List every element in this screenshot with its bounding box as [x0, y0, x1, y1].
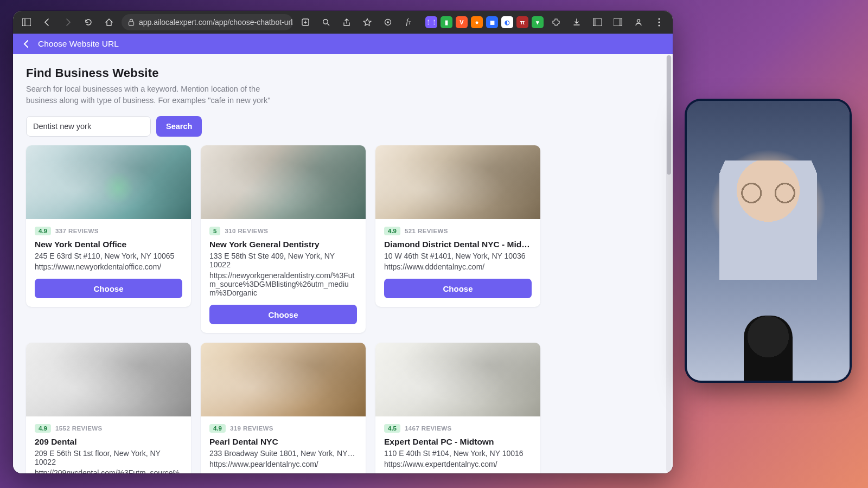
lock-icon	[128, 18, 135, 26]
search-button[interactable]: Search	[156, 116, 202, 137]
download-icon[interactable]	[569, 14, 585, 30]
result-card: 4.9337 REVIEWSNew York Dental Office245 …	[26, 145, 191, 307]
svg-rect-0	[22, 18, 31, 26]
profile-icon[interactable]	[630, 14, 647, 30]
result-body: 4.9521 REVIEWSDiamond District Dental NY…	[375, 219, 540, 307]
svg-point-12	[637, 20, 640, 22]
rating-badge: 4.9	[35, 424, 51, 433]
scrollbar[interactable]	[666, 55, 672, 472]
choose-button[interactable]: Choose	[384, 279, 532, 298]
extension-icon[interactable]: ▾	[532, 16, 544, 28]
rating-row: 4.9337 REVIEWS	[35, 227, 182, 235]
choose-button[interactable]: Choose	[209, 305, 357, 324]
svg-rect-11	[619, 18, 622, 26]
result-card: 4.9521 REVIEWSDiamond District Dental NY…	[375, 145, 540, 307]
result-body: 4.9319 REVIEWSPearl Dental NYC233 Broadw…	[201, 416, 366, 473]
svg-point-7	[387, 21, 389, 23]
business-address: 209 E 56th St 1st floor, New York, NY 10…	[35, 449, 182, 466]
app-back-icon[interactable]	[22, 39, 31, 49]
font-icon[interactable]: fT	[400, 14, 417, 30]
business-name: Expert Dental PC - Midtown	[384, 437, 532, 447]
business-name: Pearl Dental NYC	[209, 437, 357, 447]
choose-button[interactable]: Choose	[35, 279, 182, 298]
business-address: 245 E 63rd St #110, New York, NY 10065	[35, 252, 182, 260]
app-header: Choose Website URL	[13, 34, 673, 54]
share-icon[interactable]	[339, 14, 355, 30]
business-address: 133 E 58th St Ste 409, New York, NY 1002…	[209, 252, 357, 269]
results-grid: 4.9337 REVIEWSNew York Dental Office245 …	[26, 145, 663, 473]
rating-row: 4.91552 REVIEWS	[35, 424, 182, 433]
business-address: 110 E 40th St #104, New York, NY 10016	[384, 449, 532, 458]
svg-line-5	[328, 24, 330, 26]
panel-right-icon[interactable]	[610, 14, 626, 30]
panel-left-icon[interactable]	[589, 14, 605, 30]
result-body: 4.51467 REVIEWSExpert Dental PC - Midtow…	[375, 416, 540, 473]
business-name: New York General Dentistry	[209, 240, 357, 249]
rating-badge: 4.9	[209, 424, 226, 433]
svg-rect-2	[129, 22, 134, 25]
business-name: New York Dental Office	[35, 240, 182, 249]
page-title: Find Business Website	[26, 66, 663, 80]
extension-icon[interactable]: V	[456, 16, 468, 28]
browser-window: app.ailocalexpert.com/app/choose-chatbot…	[13, 11, 673, 473]
business-url: https://newyorkgeneraldentistry.com/%3Fu…	[209, 271, 357, 297]
result-thumbnail[interactable]	[201, 343, 366, 416]
reviews-count: 521 REVIEWS	[405, 228, 448, 234]
search-input[interactable]	[26, 116, 151, 137]
extension-icon[interactable]: ▮	[441, 16, 452, 28]
business-url: https://www.newyorkdentaloffice.com/	[35, 262, 182, 271]
app-header-title: Choose Website URL	[38, 39, 119, 49]
svg-point-13	[658, 18, 660, 20]
reviews-count: 319 REVIEWS	[230, 425, 273, 432]
bookmark-icon[interactable]	[359, 14, 375, 30]
reviews-count: 1552 REVIEWS	[55, 425, 103, 432]
result-thumbnail[interactable]	[201, 145, 366, 219]
reviews-count: 1467 REVIEWS	[405, 425, 452, 432]
rating-row: 4.9319 REVIEWS	[209, 424, 357, 433]
address-bar[interactable]: app.ailocalexpert.com/app/choose-chatbot…	[122, 14, 293, 30]
sidebar-toggle-icon[interactable]	[18, 14, 35, 30]
install-icon[interactable]	[297, 14, 314, 30]
result-thumbnail[interactable]	[375, 145, 540, 219]
business-url: http://209nycdental.com/%3Futm_source%3D…	[35, 468, 182, 473]
page-content: Find Business Website Search for local b…	[13, 54, 665, 473]
rating-row: 4.51467 REVIEWS	[384, 424, 532, 433]
result-card: 4.91552 REVIEWS209 Dental209 E 56th St 1…	[26, 343, 191, 473]
svg-point-4	[323, 20, 328, 24]
result-body: 4.91552 REVIEWS209 Dental209 E 56th St 1…	[26, 416, 191, 473]
home-icon[interactable]	[101, 14, 117, 30]
extension-icon[interactable]: π	[516, 16, 528, 28]
rating-row: 5310 REVIEWS	[209, 227, 357, 235]
business-url: https://www.pearldentalnyc.com/	[209, 460, 357, 468]
result-card: 4.51467 REVIEWSExpert Dental PC - Midtow…	[375, 343, 540, 473]
extensions-row: ⋮⋮ ▮ V ● ◼ ◐ π ▾	[425, 16, 544, 28]
result-thumbnail[interactable]	[26, 343, 191, 416]
rating-badge: 4.5	[384, 424, 400, 433]
search-row: Search	[26, 116, 663, 137]
rating-badge: 4.9	[384, 227, 400, 235]
browser-titlebar: app.ailocalexpert.com/app/choose-chatbot…	[13, 11, 673, 34]
page-subtitle: Search for local businesses with a keywo…	[26, 84, 276, 106]
nav-forward-icon	[60, 14, 76, 30]
svg-point-15	[658, 24, 660, 26]
reader-icon[interactable]	[380, 14, 396, 30]
extension-icon[interactable]: ◼	[486, 16, 498, 28]
extensions-menu-icon[interactable]	[548, 14, 564, 30]
result-card: 4.9319 REVIEWSPearl Dental NYC233 Broadw…	[201, 343, 366, 473]
extension-icon[interactable]: ⋮⋮	[425, 16, 437, 28]
url-text: app.ailocalexpert.com/app/choose-chatbot…	[139, 18, 293, 27]
svg-point-14	[658, 21, 660, 23]
reload-icon[interactable]	[80, 14, 97, 30]
nav-back-icon[interactable]	[39, 14, 55, 30]
kebab-menu-icon[interactable]	[651, 14, 667, 30]
business-name: 209 Dental	[35, 437, 182, 447]
reviews-count: 310 REVIEWS	[225, 228, 268, 234]
scrollbar-thumb[interactable]	[667, 55, 671, 175]
result-thumbnail[interactable]	[26, 145, 191, 219]
result-thumbnail[interactable]	[375, 343, 540, 416]
reviews-count: 337 REVIEWS	[55, 228, 99, 234]
extension-icon[interactable]: ●	[471, 16, 483, 28]
search-icon[interactable]	[318, 14, 334, 30]
result-body: 5310 REVIEWSNew York General Dentistry13…	[201, 219, 366, 333]
extension-icon[interactable]: ◐	[501, 16, 513, 28]
